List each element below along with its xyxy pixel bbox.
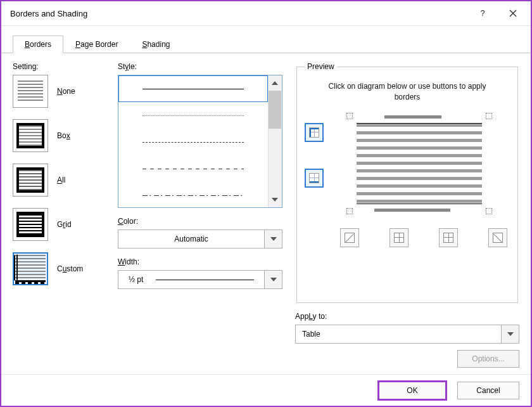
tab-page-border[interactable]: Page Border bbox=[63, 36, 130, 53]
border-diag-up-button[interactable] bbox=[340, 228, 359, 247]
scroll-up-icon[interactable] bbox=[269, 76, 281, 90]
setting-all[interactable]: All bbox=[13, 164, 114, 197]
border-bottom-button[interactable] bbox=[305, 169, 324, 188]
setting-custom-label: Custom bbox=[57, 264, 83, 273]
ok-button[interactable]: OK bbox=[377, 380, 447, 401]
color-value: Automatic bbox=[118, 235, 264, 243]
setting-grid-icon bbox=[13, 208, 48, 241]
apply-to-dropdown-button[interactable] bbox=[501, 325, 519, 343]
cancel-button[interactable]: Cancel bbox=[457, 382, 519, 399]
borders-and-shading-dialog: Borders and Shading ? Borders Page Borde… bbox=[0, 0, 532, 407]
options-row: Options... bbox=[295, 350, 519, 368]
apply-to-value: Table bbox=[296, 330, 501, 339]
style-dashed-fine[interactable] bbox=[118, 129, 268, 155]
tab-shading[interactable]: Shading bbox=[130, 36, 182, 53]
border-right-button[interactable] bbox=[439, 228, 458, 247]
tab-bar: Borders Page Border Shading bbox=[1, 26, 531, 53]
dialog-body: Setting: None Box All Grid Custom bbox=[1, 53, 531, 374]
preview-legend: Preview bbox=[305, 62, 337, 71]
width-label: Width: bbox=[118, 257, 282, 266]
setting-custom[interactable]: Custom bbox=[13, 252, 114, 285]
dialog-footer: OK Cancel bbox=[1, 374, 531, 406]
setting-box-label: Box bbox=[57, 131, 70, 140]
preview-diagram[interactable] bbox=[346, 113, 492, 214]
style-listbox[interactable] bbox=[118, 75, 282, 208]
style-dashed[interactable] bbox=[118, 155, 268, 182]
help-button[interactable]: ? bbox=[467, 1, 498, 25]
setting-label: Setting: bbox=[13, 62, 114, 71]
width-dropdown[interactable]: ½ pt bbox=[118, 270, 282, 289]
setting-box[interactable]: Box bbox=[13, 119, 114, 152]
preview-bottom-buttons bbox=[305, 214, 510, 247]
style-column: Style: Color: Automatic Width: bbox=[118, 62, 282, 368]
setting-none-icon bbox=[13, 75, 48, 108]
style-scrollbar[interactable] bbox=[268, 75, 282, 207]
color-label: Color: bbox=[118, 217, 282, 226]
style-solid[interactable] bbox=[118, 75, 268, 102]
preview-help-text: Click on diagram below or use buttons to… bbox=[324, 81, 491, 103]
setting-grid-label: Grid bbox=[57, 220, 72, 229]
setting-custom-icon bbox=[13, 252, 48, 285]
options-button: Options... bbox=[457, 350, 519, 368]
setting-none[interactable]: None bbox=[13, 75, 114, 108]
scroll-thumb[interactable] bbox=[269, 91, 281, 129]
dialog-title: Borders and Shading bbox=[10, 9, 467, 18]
style-label: Style: bbox=[118, 62, 282, 71]
width-value: ½ pt bbox=[118, 275, 264, 284]
preview-column: Preview Click on diagram below or use bu… bbox=[295, 62, 519, 368]
setting-column: Setting: None Box All Grid Custom bbox=[13, 62, 114, 368]
color-dropdown-button[interactable] bbox=[264, 230, 282, 248]
setting-all-label: All bbox=[57, 176, 65, 184]
border-left-button[interactable] bbox=[390, 228, 408, 247]
width-dropdown-button[interactable] bbox=[264, 271, 282, 288]
setting-grid[interactable]: Grid bbox=[13, 208, 114, 241]
style-dash-dot[interactable] bbox=[118, 182, 268, 209]
preview-area bbox=[305, 113, 510, 214]
apply-to-label: AppLy to: bbox=[295, 312, 519, 321]
setting-box-icon bbox=[13, 119, 48, 152]
setting-none-label: None bbox=[57, 87, 75, 96]
style-dotted[interactable] bbox=[118, 102, 268, 129]
scroll-down-icon[interactable] bbox=[269, 193, 281, 207]
border-top-button[interactable] bbox=[305, 123, 324, 142]
setting-all-icon bbox=[13, 164, 48, 197]
color-dropdown[interactable]: Automatic bbox=[118, 229, 282, 249]
titlebar: Borders and Shading ? bbox=[1, 1, 531, 26]
preview-group: Preview Click on diagram below or use bu… bbox=[296, 62, 518, 303]
preview-side-buttons bbox=[305, 113, 334, 214]
tab-borders[interactable]: Borders bbox=[13, 36, 63, 53]
border-diag-down-button[interactable] bbox=[488, 228, 507, 247]
close-button[interactable] bbox=[498, 1, 528, 25]
apply-to-dropdown[interactable]: Table bbox=[295, 325, 519, 344]
